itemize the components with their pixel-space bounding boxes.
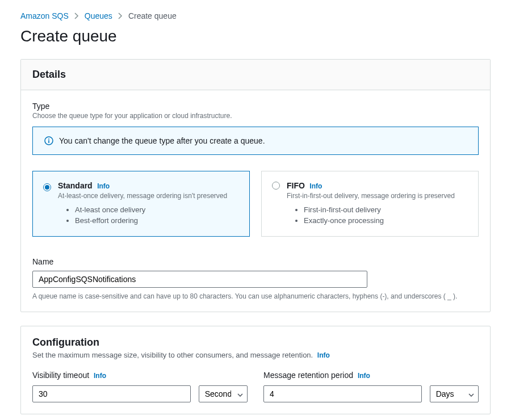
name-label: Name <box>32 257 479 266</box>
radio-icon <box>272 182 280 190</box>
type-label: Type <box>32 102 479 111</box>
retention-label: Message retention period <box>263 371 353 380</box>
info-link[interactable]: Info <box>358 372 370 380</box>
chevron-right-icon <box>118 12 123 19</box>
type-card-fifo[interactable]: FIFO Info First-in-first-out delivery, m… <box>261 171 479 237</box>
details-header: Details <box>21 60 490 90</box>
type-info-banner-text: You can't change the queue type after yo… <box>59 136 265 145</box>
type-title: Standard <box>58 181 93 190</box>
type-bullet: First-in-first-out delivery <box>304 205 468 214</box>
breadcrumb-link-sqs[interactable]: Amazon SQS <box>20 11 69 20</box>
radio-icon <box>43 183 51 191</box>
type-card-standard[interactable]: Standard Info At-least-once delivery, me… <box>32 171 250 237</box>
details-title: Details <box>32 69 479 81</box>
svg-rect-2 <box>48 140 49 143</box>
type-info-banner: You can't change the queue type after yo… <box>32 127 479 155</box>
type-options: Standard Info At-least-once delivery, me… <box>32 171 479 237</box>
visibility-label: Visibility timeout <box>32 371 89 380</box>
type-title: FIFO <box>287 181 305 190</box>
name-help: A queue name is case-sensitive and can h… <box>32 292 479 300</box>
info-icon <box>44 136 53 145</box>
info-link[interactable]: Info <box>97 182 110 190</box>
chevron-right-icon <box>74 12 79 19</box>
visibility-timeout-input[interactable] <box>32 385 191 402</box>
type-bullet: Best-effort ordering <box>75 216 239 225</box>
svg-point-1 <box>48 138 49 140</box>
configuration-panel: Configuration Set the maximum message si… <box>20 326 491 414</box>
type-bullet: Exactly-once processing <box>304 216 468 225</box>
details-panel: Details Type Choose the queue type for y… <box>20 59 491 312</box>
info-link[interactable]: Info <box>317 351 330 359</box>
type-desc: At-least-once delivery, message ordering… <box>58 192 239 200</box>
info-link[interactable]: Info <box>94 372 106 380</box>
breadcrumb: Amazon SQS Queues Create queue <box>20 11 491 20</box>
retention-period-unit[interactable]: Days <box>430 385 479 402</box>
configuration-desc: Set the maximum message size, visibility… <box>32 351 479 359</box>
type-help: Choose the queue type for your applicati… <box>32 112 479 120</box>
breadcrumb-current: Create queue <box>128 11 177 20</box>
configuration-title: Configuration <box>32 337 479 348</box>
type-bullet: At-least once delivery <box>75 205 239 214</box>
type-desc: First-in-first-out delivery, message ord… <box>287 192 468 200</box>
visibility-timeout-unit[interactable]: Seconds <box>199 385 248 402</box>
queue-name-input[interactable] <box>32 271 367 288</box>
retention-period-input[interactable] <box>263 385 422 402</box>
info-link[interactable]: Info <box>309 182 322 190</box>
page-title: Create queue <box>20 27 491 45</box>
breadcrumb-link-queues[interactable]: Queues <box>85 11 112 20</box>
